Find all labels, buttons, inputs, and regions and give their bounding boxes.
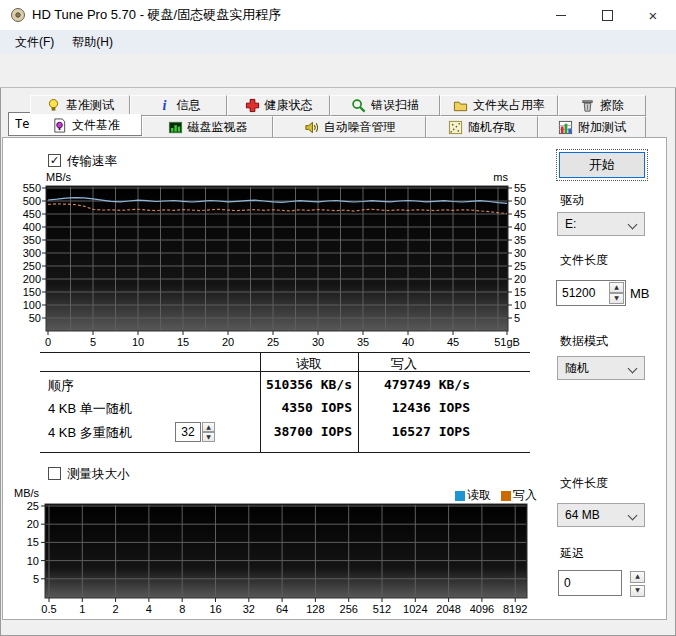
legend-swatch [501, 491, 511, 501]
axis-tick-label: 25 [267, 336, 279, 348]
check-icon: ✓ [50, 154, 59, 167]
queue-depth-value[interactable]: 32 [175, 422, 201, 442]
queue-depth-spin-down[interactable]: ▼ [202, 432, 215, 442]
axis-tick-label: 350 [23, 234, 41, 246]
queue-depth-spinner[interactable]: 32▲▼ [175, 422, 216, 442]
axis-tick-label: 45 [447, 336, 459, 348]
axis-tick-label: 128 [306, 603, 324, 615]
delay-input[interactable]: 0 [558, 570, 622, 596]
axis-tick-label: 256 [340, 603, 358, 615]
axis-tick-label: 15 [27, 536, 39, 548]
axis-tick-label: 500 [23, 195, 41, 207]
axis-tick-label: 20 [514, 273, 526, 285]
axis-tick-label: 51gB [494, 336, 520, 348]
axis-tick-label: 4096 [470, 603, 494, 615]
write-value-2: 16527 IOPS [360, 424, 470, 439]
axis-tick-label: 8192 [503, 603, 527, 615]
write-value-0: 479749 KB/s [360, 377, 470, 392]
file-length-spin-down[interactable]: ▼ [609, 293, 624, 304]
axis-tick-label: 0.5 [41, 603, 56, 615]
delay-spin-down[interactable]: ▼ [630, 585, 645, 597]
legend-item-read: 读取 [455, 487, 491, 504]
axis-tick-label: 32 [243, 603, 255, 615]
row-label-0: 顺序 [48, 377, 74, 395]
axis-tick-label: 0 [45, 336, 51, 348]
axis-tick-label: 10 [27, 555, 39, 567]
axis-tick-label: 10 [514, 299, 526, 311]
axis-tick-label: 64 [276, 603, 288, 615]
block-size-checkbox[interactable]: 测量块大小 [48, 467, 61, 480]
data-mode-select[interactable]: 随机 [557, 356, 645, 380]
file-length-unit: MB [630, 286, 650, 301]
column-header-read: 读取 [260, 355, 358, 373]
axis-tick-label: 150 [23, 286, 41, 298]
axis-tick-label: 50 [29, 312, 41, 324]
data-mode-value: 随机 [565, 357, 589, 379]
axis-tick-label: 400 [23, 221, 41, 233]
drive-select-value: E: [565, 213, 576, 235]
file-length-input[interactable]: 51200 ▲ ▼ [556, 280, 626, 306]
axis-tick-label: 35 [357, 336, 369, 348]
row-label-2: 4 KB 多重随机 [48, 424, 132, 442]
block-size-chart: MB/s2520151050.5124816326412825651210242… [14, 487, 527, 615]
drive-select[interactable]: E: [557, 212, 645, 236]
file-length2-select[interactable]: 64 MB [557, 503, 645, 527]
axis-tick-label: MB/s [46, 171, 72, 183]
axis-tick-label: 15 [514, 286, 526, 298]
axis-tick-label: 8 [179, 603, 185, 615]
axis-tick-label: 40 [514, 221, 526, 233]
checkbox-box[interactable]: ✓ [48, 154, 61, 167]
axis-tick-label: 100 [23, 299, 41, 311]
file-length-value: 51200 [562, 281, 595, 305]
legend-label: 读取 [467, 487, 491, 504]
write-value-1: 12436 IOPS [360, 400, 470, 415]
delay-spin-up[interactable]: ▲ [630, 571, 645, 583]
delay-value: 0 [564, 571, 571, 595]
transfer-rate-chart: MB/sms5505004504003503002502001501005055… [23, 171, 527, 348]
axis-tick-label: 1024 [403, 603, 427, 615]
axis-tick-label: 16 [209, 603, 221, 615]
tab-file-benchmark[interactable]: 文件基准 [30, 114, 142, 135]
legend-item-write: 写入 [501, 487, 537, 504]
axis-tick-label: 2 [113, 603, 119, 615]
axis-tick-label: 50 [514, 195, 526, 207]
axis-tick-label: 25 [514, 260, 526, 272]
start-button[interactable]: 开始 [559, 152, 645, 178]
read-value-2: 38700 IOPS [252, 424, 352, 439]
chevron-down-icon [628, 511, 638, 521]
drive-label: 驱动 [560, 192, 584, 209]
axis-tick-label: 55 [514, 182, 526, 194]
queue-depth-spin-up[interactable]: ▲ [202, 422, 215, 432]
axis-tick-label: 30 [514, 247, 526, 259]
checkbox-box[interactable] [48, 467, 61, 480]
axis-tick-label: MB/s [14, 487, 40, 499]
transfer-rate-checkbox[interactable]: ✓ 传输速率 [48, 154, 61, 167]
legend-label: 写入 [513, 487, 537, 504]
axis-tick-label: 250 [23, 260, 41, 272]
chart-legend: 读取写入 [455, 487, 537, 504]
file-length2-value: 64 MB [565, 504, 600, 526]
axis-tick-label: 5 [33, 573, 39, 585]
file-length-label: 文件长度 [560, 252, 608, 269]
axis-tick-label: 5 [90, 336, 96, 348]
tab-label: 文件基准 [72, 117, 120, 134]
axis-tick-label: 20 [27, 518, 39, 530]
file-length-spin-up[interactable]: ▲ [609, 282, 624, 293]
chevron-down-icon [628, 220, 638, 230]
axis-tick-label: 35 [514, 234, 526, 246]
axis-tick-label: 1 [79, 603, 85, 615]
column-header-write: 写入 [358, 355, 450, 373]
legend-swatch [455, 491, 465, 501]
delay-label: 延迟 [560, 545, 584, 562]
file-benchmark-icon [52, 118, 67, 133]
axis-tick-label: 5 [514, 312, 520, 324]
axis-tick-label: 300 [23, 247, 41, 259]
axis-tick-label: 200 [23, 273, 41, 285]
axis-tick-label: 25 [27, 500, 39, 512]
axis-tick-label: 15 [177, 336, 189, 348]
blocksize-chart-plot-area [45, 504, 527, 598]
axis-tick-label: ms [493, 171, 508, 183]
axis-tick-label: 20 [222, 336, 234, 348]
chevron-down-icon [628, 364, 638, 374]
read-value-0: 510356 KB/s [252, 377, 352, 392]
